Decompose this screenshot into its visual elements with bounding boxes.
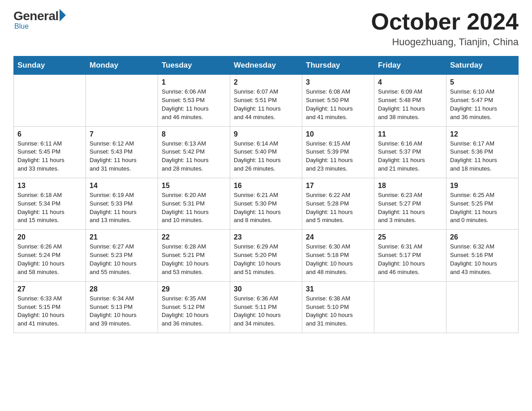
calendar-cell: 7Sunrise: 6:12 AM Sunset: 5:43 PM Daylig… [86, 126, 158, 178]
logo-triangle-icon [60, 9, 66, 21]
day-info: Sunrise: 6:32 AM Sunset: 5:16 PM Dayligh… [450, 243, 497, 275]
calendar-cell: 17Sunrise: 6:22 AM Sunset: 5:28 PM Dayli… [302, 178, 374, 229]
location-subtitle: Huogezhuang, Tianjin, China [371, 36, 519, 48]
day-number: 23 [234, 233, 298, 241]
calendar-cell: 27Sunrise: 6:33 AM Sunset: 5:15 PM Dayli… [14, 281, 86, 333]
day-info: Sunrise: 6:15 AM Sunset: 5:39 PM Dayligh… [306, 140, 353, 172]
day-info: Sunrise: 6:16 AM Sunset: 5:37 PM Dayligh… [378, 140, 425, 172]
calendar-cell [374, 281, 446, 333]
day-info: Sunrise: 6:35 AM Sunset: 5:12 PM Dayligh… [162, 295, 209, 327]
day-info: Sunrise: 6:33 AM Sunset: 5:15 PM Dayligh… [17, 295, 64, 327]
calendar-cell: 20Sunrise: 6:26 AM Sunset: 5:24 PM Dayli… [14, 230, 86, 281]
day-info: Sunrise: 6:19 AM Sunset: 5:33 PM Dayligh… [90, 192, 137, 224]
calendar-cell: 13Sunrise: 6:18 AM Sunset: 5:34 PM Dayli… [14, 178, 86, 229]
calendar-cell: 15Sunrise: 6:20 AM Sunset: 5:31 PM Dayli… [158, 178, 230, 229]
header-tuesday: Tuesday [158, 56, 230, 75]
calendar-cell: 18Sunrise: 6:23 AM Sunset: 5:27 PM Dayli… [374, 178, 446, 229]
calendar-cell: 30Sunrise: 6:36 AM Sunset: 5:11 PM Dayli… [230, 281, 302, 333]
day-info: Sunrise: 6:38 AM Sunset: 5:10 PM Dayligh… [306, 295, 353, 327]
header-sunday: Sunday [14, 56, 86, 75]
calendar-table: Sunday Monday Tuesday Wednesday Thursday… [13, 56, 519, 333]
calendar-cell: 28Sunrise: 6:34 AM Sunset: 5:13 PM Dayli… [86, 281, 158, 333]
calendar-week-row: 27Sunrise: 6:33 AM Sunset: 5:15 PM Dayli… [14, 281, 519, 333]
calendar-cell: 11Sunrise: 6:16 AM Sunset: 5:37 PM Dayli… [374, 126, 446, 178]
day-number: 6 [17, 130, 82, 138]
day-info: Sunrise: 6:18 AM Sunset: 5:34 PM Dayligh… [17, 192, 64, 224]
calendar-header-row: Sunday Monday Tuesday Wednesday Thursday… [14, 56, 519, 75]
calendar-cell: 16Sunrise: 6:21 AM Sunset: 5:30 PM Dayli… [230, 178, 302, 229]
header-friday: Friday [374, 56, 446, 75]
day-info: Sunrise: 6:07 AM Sunset: 5:51 PM Dayligh… [234, 88, 281, 120]
day-info: Sunrise: 6:20 AM Sunset: 5:31 PM Dayligh… [162, 192, 209, 224]
day-info: Sunrise: 6:36 AM Sunset: 5:11 PM Dayligh… [234, 295, 281, 327]
day-info: Sunrise: 6:08 AM Sunset: 5:50 PM Dayligh… [306, 88, 353, 120]
calendar-cell: 2Sunrise: 6:07 AM Sunset: 5:51 PM Daylig… [230, 75, 302, 126]
calendar-cell: 19Sunrise: 6:25 AM Sunset: 5:25 PM Dayli… [446, 178, 519, 229]
day-info: Sunrise: 6:17 AM Sunset: 5:36 PM Dayligh… [450, 140, 497, 172]
day-info: Sunrise: 6:11 AM Sunset: 5:45 PM Dayligh… [17, 140, 64, 172]
day-number: 30 [234, 285, 298, 293]
day-info: Sunrise: 6:29 AM Sunset: 5:20 PM Dayligh… [234, 243, 281, 275]
day-number: 3 [306, 78, 370, 86]
calendar-cell: 29Sunrise: 6:35 AM Sunset: 5:12 PM Dayli… [158, 281, 230, 333]
header-wednesday: Wednesday [230, 56, 302, 75]
day-info: Sunrise: 6:21 AM Sunset: 5:30 PM Dayligh… [234, 192, 281, 224]
day-info: Sunrise: 6:12 AM Sunset: 5:43 PM Dayligh… [90, 140, 137, 172]
day-number: 24 [306, 233, 370, 241]
day-info: Sunrise: 6:13 AM Sunset: 5:42 PM Dayligh… [162, 140, 209, 172]
day-number: 16 [234, 182, 298, 190]
calendar-cell: 23Sunrise: 6:29 AM Sunset: 5:20 PM Dayli… [230, 230, 302, 281]
header-thursday: Thursday [302, 56, 374, 75]
day-number: 19 [450, 182, 515, 190]
day-info: Sunrise: 6:27 AM Sunset: 5:23 PM Dayligh… [90, 243, 137, 275]
calendar-cell: 22Sunrise: 6:28 AM Sunset: 5:21 PM Dayli… [158, 230, 230, 281]
day-number: 29 [162, 285, 226, 293]
day-info: Sunrise: 6:31 AM Sunset: 5:17 PM Dayligh… [378, 243, 425, 275]
calendar-cell: 31Sunrise: 6:38 AM Sunset: 5:10 PM Dayli… [302, 281, 374, 333]
day-info: Sunrise: 6:14 AM Sunset: 5:40 PM Dayligh… [234, 140, 281, 172]
calendar-cell: 8Sunrise: 6:13 AM Sunset: 5:42 PM Daylig… [158, 126, 230, 178]
header-saturday: Saturday [446, 56, 519, 75]
calendar-cell [446, 281, 519, 333]
day-number: 15 [162, 182, 226, 190]
calendar-cell: 10Sunrise: 6:15 AM Sunset: 5:39 PM Dayli… [302, 126, 374, 178]
day-number: 27 [17, 285, 82, 293]
day-number: 18 [378, 182, 442, 190]
day-number: 4 [378, 78, 442, 86]
calendar-cell: 6Sunrise: 6:11 AM Sunset: 5:45 PM Daylig… [14, 126, 86, 178]
calendar-cell: 12Sunrise: 6:17 AM Sunset: 5:36 PM Dayli… [446, 126, 519, 178]
logo-blue-text: Blue [14, 22, 29, 30]
calendar-cell: 14Sunrise: 6:19 AM Sunset: 5:33 PM Dayli… [86, 178, 158, 229]
day-info: Sunrise: 6:28 AM Sunset: 5:21 PM Dayligh… [162, 243, 209, 275]
calendar-cell [86, 75, 158, 126]
calendar-cell: 26Sunrise: 6:32 AM Sunset: 5:16 PM Dayli… [446, 230, 519, 281]
day-number: 2 [234, 78, 298, 86]
calendar-cell [14, 75, 86, 126]
day-info: Sunrise: 6:06 AM Sunset: 5:53 PM Dayligh… [162, 88, 209, 120]
day-number: 14 [90, 182, 154, 190]
calendar-cell: 3Sunrise: 6:08 AM Sunset: 5:50 PM Daylig… [302, 75, 374, 126]
day-number: 9 [234, 130, 298, 138]
day-number: 7 [90, 130, 154, 138]
logo: General Blue [13, 9, 66, 30]
day-number: 25 [378, 233, 442, 241]
logo-general-text: General [13, 9, 59, 23]
day-info: Sunrise: 6:25 AM Sunset: 5:25 PM Dayligh… [450, 192, 497, 224]
day-number: 22 [162, 233, 226, 241]
day-number: 12 [450, 130, 515, 138]
day-number: 1 [162, 78, 226, 86]
month-title: October 2024 [371, 9, 519, 34]
day-number: 20 [17, 233, 82, 241]
day-number: 11 [378, 130, 442, 138]
day-number: 21 [90, 233, 154, 241]
day-number: 28 [90, 285, 154, 293]
calendar-cell: 9Sunrise: 6:14 AM Sunset: 5:40 PM Daylig… [230, 126, 302, 178]
calendar-cell: 5Sunrise: 6:10 AM Sunset: 5:47 PM Daylig… [446, 75, 519, 126]
calendar-week-row: 6Sunrise: 6:11 AM Sunset: 5:45 PM Daylig… [14, 126, 519, 178]
day-number: 5 [450, 78, 515, 86]
calendar-week-row: 20Sunrise: 6:26 AM Sunset: 5:24 PM Dayli… [14, 230, 519, 281]
day-info: Sunrise: 6:09 AM Sunset: 5:48 PM Dayligh… [378, 88, 425, 120]
day-info: Sunrise: 6:22 AM Sunset: 5:28 PM Dayligh… [306, 192, 353, 224]
title-area: October 2024 Huogezhuang, Tianjin, China [371, 9, 519, 48]
day-number: 26 [450, 233, 515, 241]
